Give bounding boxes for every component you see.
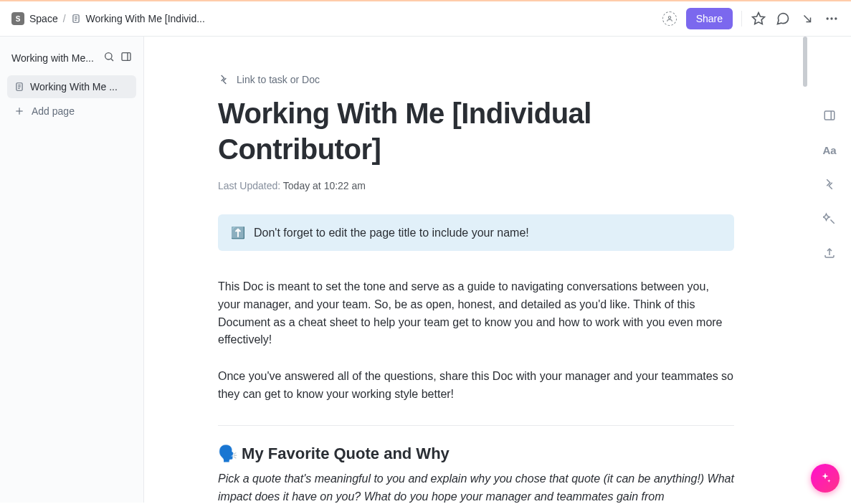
download-icon[interactable]: [799, 11, 815, 27]
magic-icon[interactable]: [822, 211, 837, 226]
sidebar-title[interactable]: Working with Me...: [11, 52, 94, 64]
sidebar-header: Working with Me...: [7, 45, 136, 75]
scrollbar-thumb[interactable]: [803, 37, 807, 87]
intro-paragraph-1[interactable]: This Doc is meant to set the tone and se…: [218, 278, 734, 349]
main-content: Link to task or Doc Working With Me [Ind…: [144, 37, 808, 503]
last-updated-time: Today at 10:22 am: [283, 180, 366, 191]
sparkle-icon: [819, 472, 832, 485]
breadcrumb-doc[interactable]: Working With Me [Individ...: [86, 13, 205, 24]
breadcrumb-space[interactable]: Space: [29, 13, 58, 24]
assignee-icon[interactable]: [662, 11, 678, 27]
plus-icon: [14, 106, 24, 116]
breadcrumb-separator: /: [63, 13, 66, 24]
svg-line-6: [804, 16, 811, 22]
add-page-label: Add page: [32, 105, 75, 117]
svg-point-7: [827, 17, 829, 19]
svg-rect-12: [122, 53, 130, 61]
callout-box[interactable]: ⬆️ Don't forget to edit the page title t…: [218, 214, 734, 251]
typography-icon[interactable]: Aa: [822, 143, 837, 157]
more-icon[interactable]: [824, 11, 840, 27]
link-to-task-label: Link to task or Doc: [237, 74, 320, 85]
svg-line-22: [831, 220, 835, 224]
sidebar-item-label: Working With Me ...: [30, 81, 118, 92]
intro-paragraph-2[interactable]: Once you've answered all of the question…: [218, 368, 734, 404]
svg-rect-20: [824, 111, 835, 120]
scrollbar-track[interactable]: [802, 37, 808, 503]
sidebar: Working with Me... Working With Me ... A…: [0, 37, 144, 503]
star-icon[interactable]: [751, 11, 766, 27]
callout-emoji-icon: ⬆️: [231, 226, 245, 239]
svg-point-4: [668, 16, 670, 19]
svg-marker-5: [753, 13, 765, 24]
last-updated-label: Last Updated:: [218, 180, 280, 191]
add-page-button[interactable]: Add page: [7, 98, 136, 124]
sidebar-page-item[interactable]: Working With Me ...: [7, 75, 136, 98]
doc-icon: [71, 14, 81, 24]
callout-text: Don't forget to edit the page title to i…: [254, 227, 529, 239]
section-subtext[interactable]: Pick a quote that's meaningful to you an…: [218, 470, 734, 503]
svg-point-10: [105, 53, 112, 60]
topbar-actions: Share: [662, 8, 840, 29]
topbar: S Space / Working With Me [Individ... Sh…: [0, 1, 851, 37]
export-icon[interactable]: [822, 246, 837, 260]
svg-point-8: [830, 17, 832, 19]
doc-icon: [14, 82, 24, 92]
search-icon[interactable]: [103, 51, 115, 65]
link-to-task-button[interactable]: Link to task or Doc: [218, 74, 734, 85]
svg-line-11: [111, 59, 113, 61]
divider: [741, 11, 742, 27]
breadcrumb: S Space / Working With Me [Individ...: [11, 12, 205, 25]
space-avatar-icon[interactable]: S: [11, 12, 24, 25]
connections-icon[interactable]: [822, 177, 837, 191]
right-rail: Aa: [808, 37, 851, 503]
section-heading[interactable]: 🗣️ My Favorite Quote and Why: [218, 444, 734, 463]
doc-title[interactable]: Working With Me [Individual Contributor]: [218, 95, 734, 167]
comment-icon[interactable]: [775, 11, 791, 27]
layout-icon[interactable]: [822, 108, 837, 123]
last-updated: Last Updated: Today at 10:22 am: [218, 180, 734, 191]
svg-point-9: [835, 17, 837, 19]
ai-fab-button[interactable]: [811, 464, 840, 493]
divider: [218, 425, 734, 426]
link-icon: [218, 74, 229, 85]
share-button[interactable]: Share: [686, 8, 733, 29]
panel-icon[interactable]: [120, 51, 132, 65]
